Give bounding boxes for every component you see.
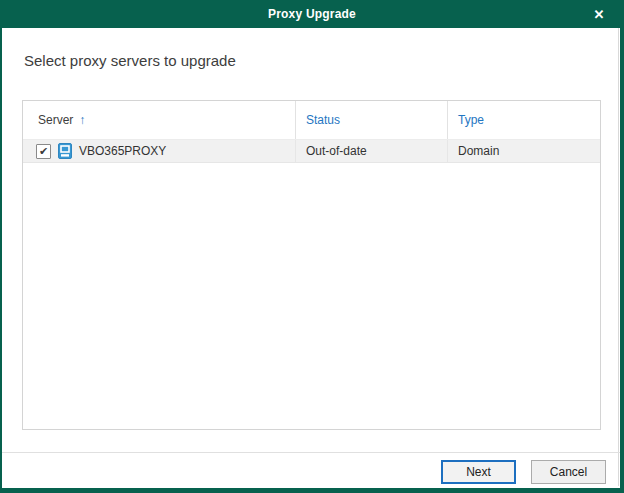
- proxy-upgrade-dialog: Proxy Upgrade ✕ Select proxy servers to …: [0, 0, 624, 493]
- table-row[interactable]: ✔ VBO365PROXY Out-of-date Domain: [23, 140, 600, 163]
- type-value: Domain: [458, 144, 499, 158]
- next-button[interactable]: Next: [441, 460, 516, 484]
- window-inner-edge: [618, 28, 619, 486]
- sort-ascending-icon: ↑: [79, 113, 85, 127]
- column-header-status-label: Status: [306, 113, 340, 127]
- proxy-server-icon: [58, 143, 72, 159]
- proxy-server-table: Server ↑ Status Type ✔ VBO365PROXY: [22, 100, 601, 430]
- column-header-status[interactable]: Status: [296, 101, 448, 139]
- cell-type: Domain: [448, 140, 600, 162]
- footer-divider: [2, 452, 620, 453]
- titlebar: Proxy Upgrade ✕: [0, 0, 624, 28]
- row-checkbox[interactable]: ✔: [36, 144, 51, 159]
- server-name: VBO365PROXY: [79, 144, 166, 158]
- column-header-type[interactable]: Type: [448, 101, 600, 139]
- cancel-button[interactable]: Cancel: [531, 460, 606, 484]
- page-title: Select proxy servers to upgrade: [24, 52, 236, 69]
- dialog-title: Proxy Upgrade: [268, 7, 356, 21]
- table-header-row: Server ↑ Status Type: [23, 101, 600, 140]
- column-header-server[interactable]: Server ↑: [23, 101, 296, 139]
- column-header-type-label: Type: [458, 113, 484, 127]
- close-icon[interactable]: ✕: [582, 0, 616, 28]
- column-header-server-label: Server: [38, 113, 73, 127]
- cell-status: Out-of-date: [296, 140, 448, 162]
- cell-server: ✔ VBO365PROXY: [23, 140, 296, 162]
- status-value: Out-of-date: [306, 144, 367, 158]
